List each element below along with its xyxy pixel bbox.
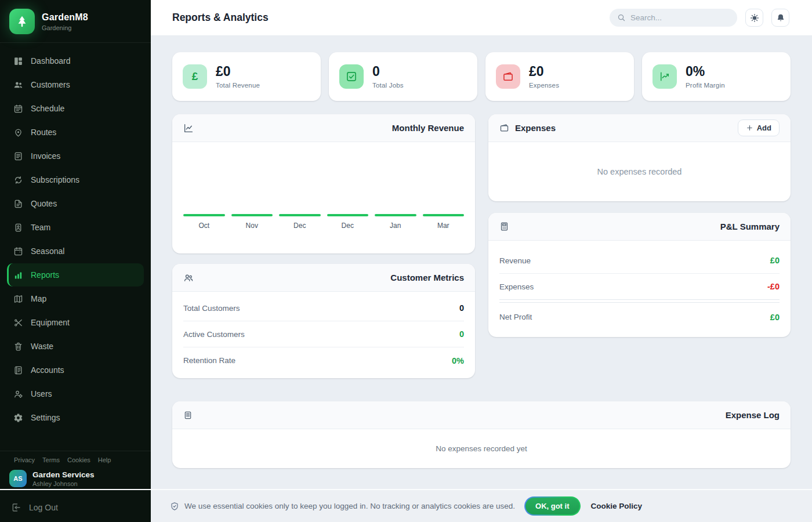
sidebar-item-subscriptions[interactable]: Subscriptions — [7, 168, 144, 191]
pnl-label: Expenses — [499, 282, 534, 291]
sidebar-item-dashboard[interactable]: Dashboard — [7, 49, 144, 72]
sidebar-item-label: Customers — [31, 80, 70, 89]
sidebar-item-quotes[interactable]: Quotes — [7, 192, 144, 215]
stat-card-total-revenue: £ £0 Total Revenue — [172, 52, 321, 101]
trend-up-icon — [652, 64, 677, 89]
chart-column: Jan — [375, 214, 416, 230]
chart-tick-label: Nov — [246, 222, 258, 230]
sidebar-item-reports[interactable]: Reports — [7, 263, 144, 287]
theme-toggle-button[interactable] — [745, 9, 763, 27]
sidebar-item-users[interactable]: Users — [7, 382, 144, 405]
chart-bar[interactable] — [375, 214, 416, 216]
invoices-icon — [13, 151, 23, 161]
metric-row: Total Customers 0 — [183, 295, 464, 321]
team-icon — [13, 223, 23, 233]
monthly-revenue-chart: Oct Nov Dec Dec — [172, 142, 475, 253]
pound-icon: £ — [183, 64, 207, 89]
customer-metrics-panel: Customer Metrics Total Customers 0 Activ… — [172, 264, 475, 378]
pnl-row-expenses: Expenses -£0 — [499, 274, 780, 300]
avatar: AS — [9, 470, 27, 487]
sidebar-item-accounts[interactable]: Accounts — [7, 358, 144, 382]
cookies-link[interactable]: Cookies — [67, 456, 90, 463]
stat-value: £0 — [216, 65, 260, 78]
chart-bar[interactable] — [279, 214, 321, 216]
chart-bar[interactable] — [183, 214, 225, 216]
brand-tagline: Gardening — [42, 24, 88, 31]
plus-icon — [746, 124, 753, 132]
search-box[interactable] — [610, 9, 737, 27]
quotes-icon — [13, 199, 23, 209]
expenses-empty-state: No expenses recorded — [488, 142, 791, 201]
sidebar-item-schedule[interactable]: Schedule — [7, 97, 144, 120]
calculator-icon — [499, 222, 509, 231]
stat-value: 0 — [372, 65, 404, 78]
panel-title: Expense Log — [726, 410, 780, 420]
sidebar-nav: Dashboard Customers Schedule Routes Invo… — [0, 43, 151, 451]
customer-metrics-header: Customer Metrics — [172, 264, 475, 292]
metric-label: Total Customers — [183, 304, 240, 313]
sidebar-item-label: Users — [31, 389, 52, 398]
pnl-divider — [499, 300, 780, 303]
pnl-rows: Revenue £0 Expenses -£0 Net Profit £0 — [488, 241, 791, 337]
chart-tick-label: Jan — [390, 222, 401, 230]
notifications-button[interactable] — [771, 9, 789, 27]
sidebar-item-invoices[interactable]: Invoices — [7, 144, 144, 168]
tree-icon — [15, 14, 29, 28]
sidebar-item-equipment[interactable]: Equipment — [7, 311, 144, 334]
stat-cards-row: £ £0 Total Revenue 0 Total Jobs £0 Expen… — [172, 52, 791, 101]
topbar: Reports & Analytics — [151, 0, 812, 36]
privacy-link[interactable]: Privacy — [14, 456, 35, 463]
expenses-header: Expenses Add — [488, 114, 791, 142]
logout-icon — [11, 502, 21, 513]
sidebar-item-waste[interactable]: Waste — [7, 335, 144, 358]
bell-icon — [776, 13, 785, 23]
metric-value: 0 — [459, 303, 464, 313]
schedule-icon — [13, 104, 23, 114]
pnl-summary-panel: P&L Summary Revenue £0 Expenses -£0 Net … — [488, 213, 791, 337]
sidebar-item-label: Team — [31, 223, 50, 232]
search-icon — [617, 13, 626, 22]
brand-logo — [9, 9, 35, 34]
chart-bar[interactable] — [231, 214, 273, 216]
sidebar-item-label: Settings — [31, 413, 60, 422]
chart-column: Oct — [183, 214, 225, 230]
add-expense-button[interactable]: Add — [738, 119, 780, 136]
sidebar-item-label: Routes — [31, 128, 56, 137]
sidebar-item-label: Waste — [31, 342, 53, 351]
panel-title: Customer Metrics — [390, 273, 464, 282]
metric-value: 0 — [459, 329, 464, 339]
table-list-icon — [183, 411, 193, 420]
cookie-accept-button[interactable]: OK, got it — [525, 498, 579, 514]
monthly-revenue-header: Monthly Revenue — [172, 114, 475, 142]
users-icon — [13, 389, 23, 399]
cookie-policy-link[interactable]: Cookie Policy — [591, 502, 643, 510]
sidebar-item-map[interactable]: Map — [7, 287, 144, 310]
chart-tick-label: Dec — [342, 222, 354, 230]
sidebar-item-label: Accounts — [31, 365, 64, 375]
logout-button[interactable]: Log Out — [0, 493, 151, 522]
stat-label: Expenses — [529, 82, 559, 89]
panel-title: Monthly Revenue — [392, 123, 464, 133]
sidebar-item-settings[interactable]: Settings — [7, 406, 144, 429]
chart-column: Mar — [423, 214, 465, 230]
chart-tick-label: Mar — [437, 222, 449, 230]
pnl-label: Revenue — [499, 256, 531, 265]
chart-bar[interactable] — [327, 214, 369, 216]
sidebar-item-label: Seasonal — [31, 246, 64, 256]
sidebar-item-team[interactable]: Team — [7, 216, 144, 239]
stat-label: Total Revenue — [216, 82, 260, 89]
sun-icon — [750, 13, 759, 23]
metric-label: Retention Rate — [183, 356, 235, 365]
equipment-icon — [13, 318, 23, 328]
search-input[interactable] — [630, 13, 730, 22]
terms-link[interactable]: Terms — [42, 456, 60, 463]
sidebar-item-seasonal[interactable]: Seasonal — [7, 240, 144, 263]
subscriptions-icon — [13, 175, 23, 185]
customer-metrics-rows: Total Customers 0 Active Customers 0 Ret… — [172, 292, 475, 378]
stat-card-total-jobs: 0 Total Jobs — [329, 52, 477, 101]
help-link[interactable]: Help — [98, 456, 111, 463]
pnl-value: £0 — [770, 256, 780, 265]
sidebar-item-customers[interactable]: Customers — [7, 73, 144, 96]
chart-bar[interactable] — [423, 214, 465, 216]
sidebar-item-routes[interactable]: Routes — [7, 121, 144, 144]
